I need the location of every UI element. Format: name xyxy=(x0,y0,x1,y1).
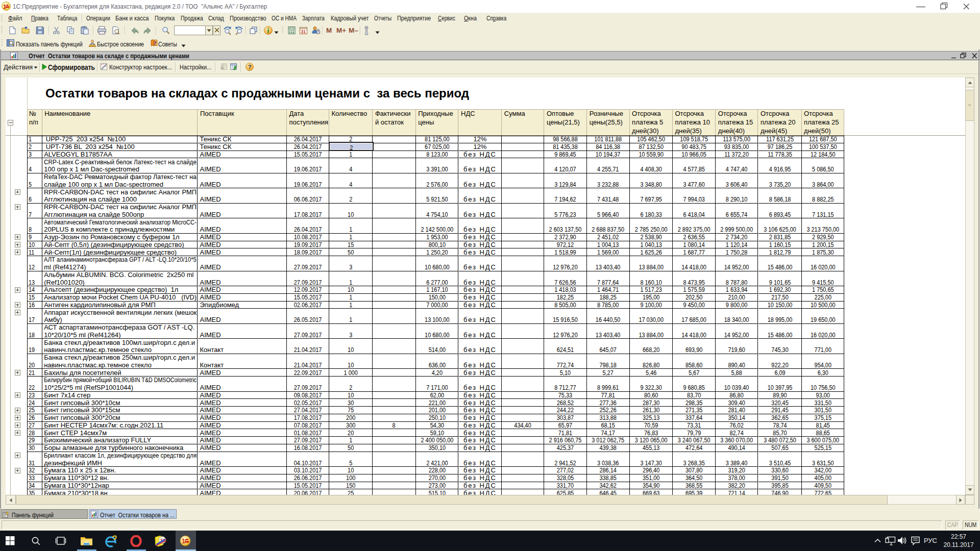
svg-text:?: ? xyxy=(154,40,157,46)
svg-text:31: 31 xyxy=(301,29,306,34)
svg-text:1: 1 xyxy=(182,538,185,545)
svg-text:?: ? xyxy=(248,64,252,70)
